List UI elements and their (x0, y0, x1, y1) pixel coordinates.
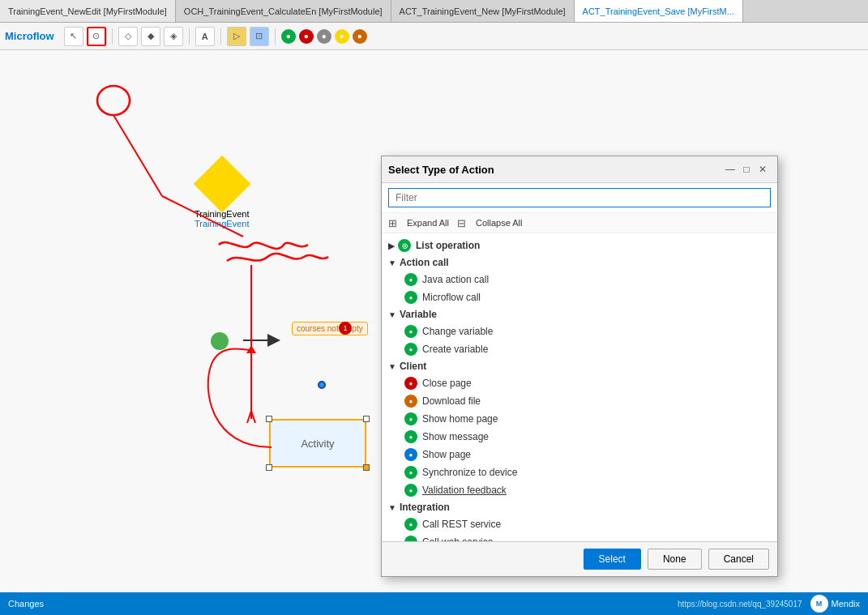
dialog-overlay: Select Type of Action — □ ✕ ⊞ Expand All… (0, 50, 868, 592)
item-synchronize[interactable]: ● Synchronize to device (382, 463, 777, 481)
dialog-titlebar: Select Type of Action — □ ✕ (382, 156, 777, 183)
diamond-right-btn[interactable]: ◈ (164, 27, 183, 46)
circle-gray-btn[interactable]: ● (317, 29, 331, 44)
item-download-file[interactable]: ● Download file (382, 392, 777, 410)
expand-all-button[interactable]: Expand All (404, 216, 452, 229)
tab-bar: TrainingEvent_NewEdit [MyFirstModule] OC… (0, 0, 868, 23)
brand-label: Microflow (5, 30, 54, 42)
diamond-left-btn[interactable]: ◇ (118, 27, 138, 46)
sep1 (112, 28, 113, 45)
show-message-icon: ● (404, 430, 417, 443)
none-button[interactable]: None (648, 549, 702, 570)
filter-input[interactable] (388, 188, 771, 207)
action-list: ▶ ◎ List operation ▼ Action call ● Java … (382, 233, 777, 541)
item-java-action-call[interactable]: ● Java action call (382, 271, 777, 288)
rest-icon: ● (404, 518, 417, 531)
camera-btn[interactable]: ⊙ (87, 27, 106, 46)
change-var-icon: ● (404, 325, 417, 338)
canvas: TrainingEvent TrainingEvent courses not … (0, 50, 868, 592)
flag-btn[interactable]: ▷ (227, 27, 246, 46)
group-action-call[interactable]: ▼ Action call (382, 254, 777, 271)
item-change-variable[interactable]: ● Change variable (382, 322, 777, 340)
group-list-operation[interactable]: ▶ ◎ List operation (382, 237, 777, 254)
select-type-dialog: Select Type of Action — □ ✕ ⊞ Expand All… (381, 156, 778, 577)
letter-a-btn[interactable]: A (195, 27, 215, 46)
create-var-icon: ● (404, 343, 417, 356)
tab-1[interactable]: OCH_TrainingEvent_CalculateEn [MyFirstMo… (176, 0, 391, 23)
sep4 (275, 28, 276, 45)
item-call-rest[interactable]: ● Call REST service (382, 515, 777, 533)
maximize-button[interactable]: □ (738, 161, 755, 177)
mendix-badge: M Mendix (810, 595, 860, 613)
changes-label: Changes (8, 599, 44, 609)
dialog-title: Select Type of Action (388, 164, 722, 176)
status-bar: Changes https://blog.csdn.net/qq_3924501… (0, 592, 868, 615)
item-close-page[interactable]: ● Close page (382, 374, 777, 392)
collapse-all-button[interactable]: Collapse All (472, 216, 525, 229)
list-op-icon: ◎ (398, 239, 411, 252)
show-page-icon: ● (404, 448, 417, 461)
validation-icon: ● (404, 484, 417, 497)
sep3 (220, 28, 221, 45)
circle-orange-btn[interactable]: ● (353, 29, 367, 44)
status-right: https://blog.csdn.net/qq_39245017 M Mend… (678, 595, 860, 613)
dialog-footer: Select None Cancel (382, 541, 777, 576)
item-validation-feedback[interactable]: ● Validation feedback (382, 481, 777, 499)
mendix-label: Mendix (832, 599, 860, 609)
tab-0[interactable]: TrainingEvent_NewEdit [MyFirstModule] (0, 0, 176, 23)
item-show-message[interactable]: ● Show message (382, 428, 777, 446)
group-integration[interactable]: ▼ Integration (382, 499, 777, 515)
main-area: TrainingEvent TrainingEvent courses not … (0, 50, 868, 592)
show-home-icon: ● (404, 412, 417, 425)
circle-red-btn[interactable]: ● (299, 29, 314, 44)
collapse-icon: ⊟ (457, 217, 466, 229)
dialog-toolbar: ⊞ Expand All ⊟ Collapse All (382, 213, 777, 233)
java-action-icon: ● (404, 273, 417, 286)
group-client[interactable]: ▼ Client (382, 358, 777, 374)
circle-green-btn[interactable]: ● (281, 29, 296, 44)
tab-2[interactable]: ACT_TrainingEvent_New [MyFirstModule] (391, 0, 575, 23)
item-call-web[interactable]: ● Call web service (382, 533, 777, 541)
mendix-logo: M (810, 595, 828, 613)
minimize-button[interactable]: — (722, 161, 738, 177)
expand-icon: ⊞ (388, 217, 397, 229)
diamond-btn[interactable]: ◆ (141, 27, 160, 46)
map-btn[interactable]: ⊡ (250, 27, 269, 46)
item-microflow-call[interactable]: ● Microflow call (382, 288, 777, 306)
close-page-icon: ● (404, 377, 417, 390)
cancel-button[interactable]: Cancel (708, 549, 769, 570)
item-show-home-page[interactable]: ● Show home page (382, 410, 777, 428)
search-container (382, 183, 777, 213)
close-button[interactable]: ✕ (755, 161, 771, 177)
sep2 (189, 28, 190, 45)
url-label: https://blog.csdn.net/qq_39245017 (678, 600, 802, 609)
select-button[interactable]: Select (584, 549, 641, 570)
microflow-call-icon: ● (404, 291, 417, 304)
toolbar: Microflow ↖ ⊙ ◇ ◆ ◈ A ▷ ⊡ ● ● ● ● ● (0, 23, 868, 50)
item-show-page[interactable]: ● Show page (382, 446, 777, 463)
circle-yellow-btn[interactable]: ● (335, 29, 349, 44)
item-create-variable[interactable]: ● Create variable (382, 340, 777, 358)
sync-icon: ● (404, 466, 417, 479)
group-variable[interactable]: ▼ Variable (382, 306, 777, 322)
download-file-icon: ● (404, 395, 417, 408)
cursor-btn[interactable]: ↖ (64, 27, 83, 46)
tab-3[interactable]: ACT_TrainingEvent_Save [MyFirstM... (575, 0, 743, 23)
web-service-icon: ● (404, 536, 417, 541)
